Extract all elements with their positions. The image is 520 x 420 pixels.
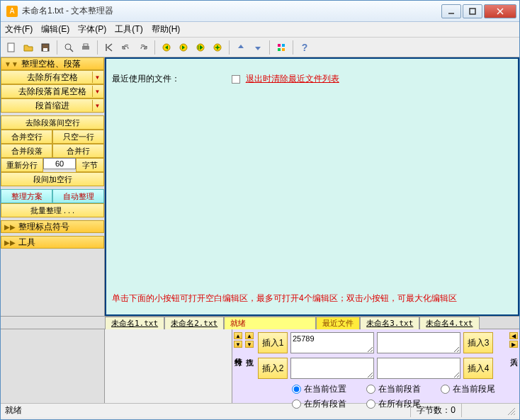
insert3-button[interactable]: 插入3 [463, 332, 493, 353]
batch-button[interactable]: 批量整理 . . . [1, 203, 104, 217]
remove-all-spaces-button[interactable]: 去除所有空格▼ [1, 70, 104, 84]
merge-blank-button[interactable]: 合并空行 [1, 130, 52, 144]
tab-recent[interactable]: 最近文件 [316, 317, 360, 329]
remove-trail-spaces-button[interactable]: 去除段落首尾空格▼ [1, 84, 104, 98]
status-ready: 就绪 [5, 404, 22, 416]
menu-edit[interactable]: 编辑(E) [41, 23, 69, 35]
maximize-button[interactable] [463, 4, 482, 18]
expand-up-icon[interactable]: ▲ [245, 332, 254, 339]
insert4-field[interactable] [377, 358, 460, 379]
sidebar-group-label: 整理标点符号 [18, 221, 69, 233]
tab-file1[interactable]: 未命名1.txt [105, 317, 164, 329]
sidebar: ▼▼整理空格、段落 去除所有空格▼ 去除段落首尾空格▼ 段首缩进▼ 去除段落间空… [1, 57, 105, 316]
recent-files-label: 最近使用的文件： [112, 73, 180, 85]
svg-point-7 [65, 44, 71, 50]
radio-para-start[interactable]: 在当前段首 [366, 383, 421, 395]
insert2-button[interactable]: 插入2 [258, 358, 288, 379]
nav4-icon[interactable] [210, 40, 225, 55]
clear-on-exit-link[interactable]: 退出时清除最近文件列表 [246, 74, 339, 84]
side-strip-insert: ◀ ▶ 插入 [508, 329, 519, 403]
menu-help[interactable]: 帮助(H) [152, 23, 181, 35]
svg-rect-10 [84, 44, 88, 46]
svg-rect-9 [82, 46, 89, 50]
svg-rect-15 [278, 44, 281, 47]
tab-file3[interactable]: 未命名3.txt [360, 317, 419, 329]
menu-font[interactable]: 字体(P) [78, 23, 106, 35]
first-icon[interactable] [101, 40, 117, 55]
new-file-icon[interactable] [4, 40, 19, 55]
resplit-button[interactable]: 重新分行 [1, 158, 43, 172]
nav3-icon[interactable] [193, 40, 208, 55]
remove-blank-lines-button[interactable]: 去除段落间空行 [1, 115, 104, 130]
tab-ready[interactable]: 就绪 [224, 317, 316, 329]
sidebar-group-tools[interactable]: ▶▶工具 [1, 236, 104, 249]
sidebar-group-spaces[interactable]: ▼▼整理空格、段落 [1, 57, 104, 70]
radio-current-pos[interactable]: 在当前位置 [292, 383, 346, 395]
tab-file2[interactable]: 未命名2.txt [164, 317, 224, 329]
content-pane: 最近使用的文件： 退出时清除最近文件列表 单击下面的小按钮可打开空白编辑区，最多… [105, 57, 519, 316]
tab-file4[interactable]: 未命名4.txt [419, 317, 479, 329]
dropdown-icon[interactable]: ▼ [92, 86, 102, 97]
window-buttons [440, 4, 516, 18]
insert-panel: 插入1 25789 插入3 插入2 插入4 在当前位置 在当前段首 在当前段尾 … [255, 329, 508, 403]
add-blank-button[interactable]: 段间加空行 [1, 172, 104, 186]
expand-up-icon[interactable]: ▲ [234, 332, 242, 339]
side-strip-find: ▲ ▼ 查找 [244, 329, 255, 403]
indent-button[interactable]: 段首缩进▼ [1, 98, 104, 113]
grid-icon[interactable] [273, 40, 289, 55]
radio-all-start[interactable]: 在所有段首 [292, 398, 346, 410]
up-icon[interactable] [233, 40, 249, 55]
insert3-field[interactable] [377, 332, 460, 353]
collapse-icon: ▼▼ [4, 60, 18, 68]
status-bytes: 字节数：0 [410, 404, 461, 417]
close-button[interactable] [484, 4, 516, 18]
help-icon[interactable]: ? [297, 40, 312, 55]
menubar: 文件(F) 编辑(E) 字体(P) 工具(T) 帮助(H) [1, 22, 519, 38]
insert1-field[interactable]: 25789 [290, 332, 374, 353]
insert4-button[interactable]: 插入4 [463, 358, 493, 379]
window-title: 未命名1.txt - 文本整理器 [22, 5, 440, 17]
dropdown-icon[interactable]: ▼ [92, 72, 102, 83]
expand-down-icon[interactable]: ▼ [234, 341, 242, 348]
expand-icon: ▶▶ [4, 223, 16, 231]
auto-button[interactable]: 自动整理 [52, 189, 104, 203]
hint-message: 单击下面的小按钮可打开空白编辑区，最多可打开4个编辑区；双击小按钮，可最大化编辑… [112, 293, 457, 305]
radio-para-end[interactable]: 在当前段尾 [441, 383, 495, 395]
dropdown-icon[interactable]: ▼ [92, 100, 102, 111]
undo-icon[interactable] [118, 40, 134, 55]
toolbar: ? [1, 38, 519, 57]
resplit-bytes-input[interactable] [43, 158, 76, 169]
print-icon[interactable] [78, 40, 94, 55]
merge-line-button[interactable]: 合并行 [52, 144, 104, 158]
open-file-icon[interactable] [21, 40, 36, 55]
plan-button[interactable]: 整理方案 [1, 189, 52, 203]
sidebar-group-punct[interactable]: ▶▶整理标点符号 [1, 220, 104, 233]
bytes-label-button[interactable]: 字节 [76, 158, 104, 172]
nav1-icon[interactable] [159, 40, 174, 55]
titlebar: A 未命名1.txt - 文本整理器 [1, 1, 519, 22]
svg-rect-18 [282, 48, 285, 51]
resize-grip-icon[interactable] [504, 407, 515, 415]
svg-rect-16 [282, 44, 285, 47]
minimize-button[interactable] [441, 4, 461, 18]
sidebar-group-label: 整理空格、段落 [21, 58, 81, 70]
find-icon[interactable] [61, 40, 77, 55]
nav2-icon[interactable] [176, 40, 191, 55]
menu-tools[interactable]: 工具(T) [115, 23, 142, 35]
svg-line-21 [514, 414, 515, 415]
redo-icon[interactable] [135, 40, 151, 55]
lower-panel: ▲ ▼ 特殊符号 ▲ ▼ 查找 插入1 25789 插入3 插入2 插入4 在当… [1, 329, 519, 403]
merge-para-button[interactable]: 合并段落 [1, 144, 52, 158]
expand-down-icon[interactable]: ▼ [245, 341, 254, 348]
clear-on-exit-checkbox[interactable] [232, 75, 240, 84]
save-icon[interactable] [38, 40, 53, 55]
only-one-line-button[interactable]: 只空一行 [52, 130, 104, 144]
expand-icon: ▶▶ [4, 239, 16, 246]
expand-left-icon[interactable]: ◀ [509, 332, 518, 339]
down-icon[interactable] [250, 40, 266, 55]
menu-file[interactable]: 文件(F) [5, 23, 33, 35]
expand-right-icon[interactable]: ▶ [509, 341, 518, 348]
insert1-button[interactable]: 插入1 [258, 332, 288, 353]
svg-rect-6 [43, 48, 47, 51]
insert2-field[interactable] [290, 358, 374, 379]
